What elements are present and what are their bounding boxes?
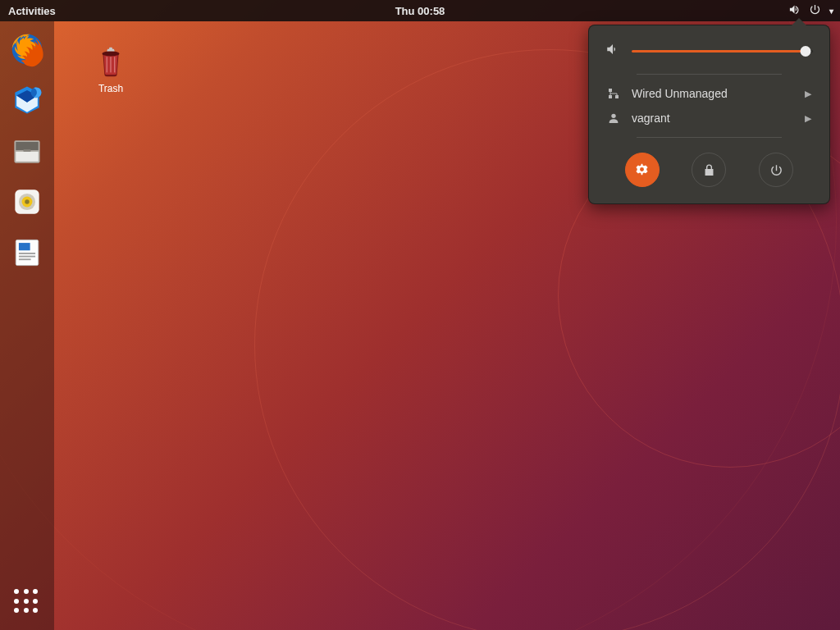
volume-row bbox=[604, 40, 815, 67]
dock-rhythmbox[interactable] bbox=[7, 182, 47, 221]
svg-rect-16 bbox=[109, 48, 112, 50]
power-icon bbox=[809, 3, 821, 18]
trash-icon bbox=[92, 43, 130, 80]
svg-rect-17 bbox=[609, 89, 612, 92]
svg-rect-11 bbox=[19, 243, 30, 250]
dock-files[interactable] bbox=[7, 131, 47, 171]
svg-point-20 bbox=[611, 114, 615, 118]
speaker-icon bbox=[605, 42, 620, 59]
volume-icon bbox=[788, 3, 801, 18]
user-menu-item[interactable]: vagrant ▶ bbox=[604, 106, 815, 130]
svg-rect-4 bbox=[16, 152, 39, 162]
slider-thumb[interactable] bbox=[801, 46, 811, 57]
lock-button[interactable] bbox=[692, 153, 726, 187]
svg-rect-13 bbox=[19, 256, 35, 258]
show-applications-button[interactable] bbox=[14, 589, 40, 615]
svg-rect-12 bbox=[19, 253, 35, 254]
network-menu-item[interactable]: Wired Unmanaged ▶ bbox=[604, 81, 815, 106]
svg-point-9 bbox=[25, 199, 30, 204]
dock-firefox[interactable] bbox=[7, 30, 47, 69]
svg-rect-14 bbox=[19, 258, 31, 260]
dock bbox=[0, 21, 54, 630]
power-button[interactable] bbox=[759, 153, 793, 187]
top-bar: Activities Thu 00:58 ▾ bbox=[0, 0, 840, 21]
system-tray[interactable]: ▾ bbox=[788, 3, 833, 18]
desktop-trash-label: Trash bbox=[82, 83, 139, 94]
svg-rect-18 bbox=[615, 95, 619, 98]
system-menu: Wired Unmanaged ▶ vagrant ▶ bbox=[588, 25, 830, 204]
svg-rect-3 bbox=[16, 142, 39, 150]
svg-point-15 bbox=[102, 51, 119, 56]
settings-button[interactable] bbox=[625, 153, 660, 187]
chevron-right-icon: ▶ bbox=[805, 113, 811, 124]
user-icon bbox=[607, 112, 620, 125]
network-label: Wired Unmanaged bbox=[632, 87, 728, 100]
dock-writer[interactable] bbox=[7, 233, 47, 272]
separator bbox=[637, 137, 782, 138]
volume-slider[interactable] bbox=[632, 45, 813, 57]
svg-rect-5 bbox=[23, 149, 30, 152]
dock-thunderbird[interactable] bbox=[7, 80, 47, 120]
desktop-trash[interactable]: Trash bbox=[82, 43, 139, 94]
chevron-down-icon: ▾ bbox=[829, 7, 833, 16]
user-label: vagrant bbox=[632, 112, 670, 125]
slider-fill bbox=[632, 50, 806, 52]
action-row bbox=[604, 144, 815, 190]
network-icon bbox=[607, 87, 620, 100]
clock[interactable]: Thu 00:58 bbox=[395, 5, 445, 17]
svg-rect-19 bbox=[609, 95, 612, 98]
chevron-right-icon: ▶ bbox=[805, 89, 811, 99]
activities-button[interactable]: Activities bbox=[8, 5, 56, 17]
separator bbox=[637, 74, 782, 75]
